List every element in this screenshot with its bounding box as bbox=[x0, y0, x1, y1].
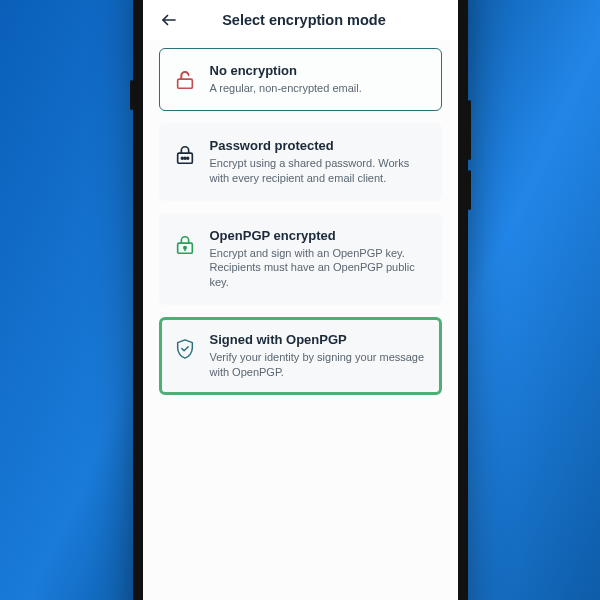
option-text: Signed with OpenPGP Verify your identity… bbox=[210, 332, 427, 380]
app-header: Select encryption mode bbox=[143, 0, 458, 40]
option-title: No encryption bbox=[210, 63, 427, 78]
volume-button bbox=[130, 80, 133, 110]
option-openpgp-encrypted[interactable]: OpenPGP encrypted Encrypt and sign with … bbox=[159, 213, 442, 306]
option-title: Signed with OpenPGP bbox=[210, 332, 427, 347]
page-title: Select encryption mode bbox=[167, 12, 442, 28]
option-password-protected[interactable]: Password protected Encrypt using a share… bbox=[159, 123, 442, 201]
option-desc: Encrypt using a shared password. Works w… bbox=[210, 156, 427, 186]
option-no-encryption[interactable]: No encryption A regular, non-encrypted e… bbox=[159, 48, 442, 111]
power-button bbox=[468, 100, 471, 160]
phone-screen: 12:37 Select encryption mode No encrypti… bbox=[143, 0, 458, 600]
option-text: Password protected Encrypt using a share… bbox=[210, 138, 427, 186]
shield-check-icon bbox=[174, 338, 196, 360]
svg-point-12 bbox=[181, 157, 183, 159]
option-signed-openpgp[interactable]: Signed with OpenPGP Verify your identity… bbox=[159, 317, 442, 395]
option-desc: Encrypt and sign with an OpenPGP key. Re… bbox=[210, 246, 427, 291]
lock-pgp-icon bbox=[174, 234, 196, 256]
option-text: OpenPGP encrypted Encrypt and sign with … bbox=[210, 228, 427, 291]
option-title: Password protected bbox=[210, 138, 427, 153]
phone-frame: 12:37 Select encryption mode No encrypti… bbox=[133, 0, 468, 600]
svg-point-14 bbox=[186, 157, 188, 159]
svg-point-13 bbox=[184, 157, 186, 159]
option-title: OpenPGP encrypted bbox=[210, 228, 427, 243]
option-desc: Verify your identity by signing your mes… bbox=[210, 350, 427, 380]
side-button bbox=[468, 170, 471, 210]
option-text: No encryption A regular, non-encrypted e… bbox=[210, 63, 427, 96]
encryption-options-list: No encryption A regular, non-encrypted e… bbox=[143, 40, 458, 411]
lock-icon bbox=[174, 144, 196, 166]
option-desc: A regular, non-encrypted email. bbox=[210, 81, 427, 96]
svg-rect-10 bbox=[177, 79, 192, 88]
unlock-icon bbox=[174, 69, 196, 91]
